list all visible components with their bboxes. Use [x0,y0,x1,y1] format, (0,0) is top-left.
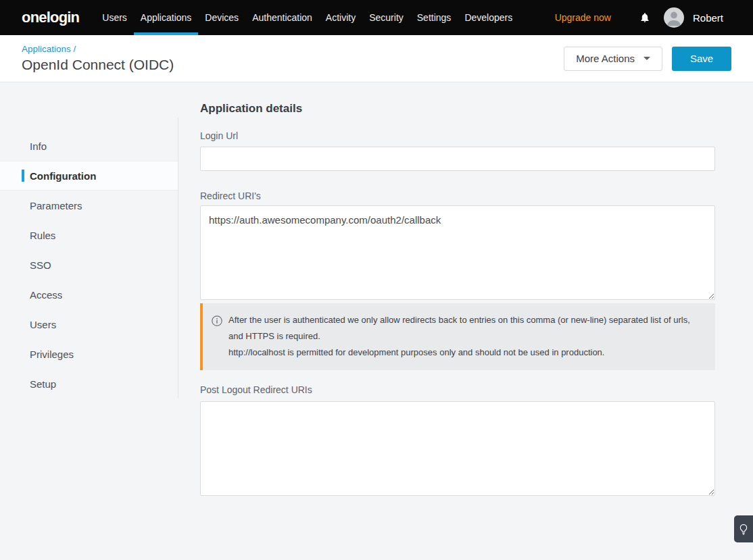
info-note-line2: http://localhost is permitted for develo… [228,345,706,361]
section-title: Application details [200,102,715,116]
nav-item-developers[interactable]: Developers [458,0,519,35]
login-url-input[interactable] [200,147,715,171]
sidebar-item-users[interactable]: Users [0,309,178,339]
sidebar-item-parameters[interactable]: Parameters [0,190,178,220]
lightbulb-icon [739,523,748,536]
sidebar-item-setup[interactable]: Setup [0,369,178,399]
more-actions-label: More Actions [576,53,635,64]
app-section-nav: Info Configuration Parameters Rules SSO … [0,118,178,399]
username[interactable]: Robert [693,12,723,24]
redirect-uris-info-note: After the user is authenticated we only … [200,303,715,370]
redirect-uris-label: Redirect URI's [200,190,715,201]
top-navbar: onelogin Users Applications Devices Auth… [0,0,753,35]
page-header-titles: Applications / OpenId Connect (OIDC) [22,44,174,72]
chevron-down-icon [643,57,650,60]
nav-item-users[interactable]: Users [95,0,134,35]
info-note-text: After the user is authenticated we only … [228,312,706,361]
sidebar-item-sso[interactable]: SSO [0,250,178,280]
sidebar-item-privileges[interactable]: Privileges [0,339,178,369]
nav-item-authentication[interactable]: Authentication [245,0,319,35]
save-button[interactable]: Save [672,47,731,71]
onelogin-logo[interactable]: onelogin [22,0,79,35]
nav-item-applications[interactable]: Applications [134,0,199,35]
main-nav: Users Applications Devices Authenticatio… [95,0,519,35]
content: Info Configuration Parameters Rules SSO … [0,82,753,559]
breadcrumb[interactable]: Applications / [22,44,174,54]
redirect-uris-textarea[interactable]: https://auth.awesomecompany.com/oauth2/c… [200,205,715,300]
nav-item-activity[interactable]: Activity [319,0,362,35]
bell-icon[interactable] [639,11,650,24]
sidebar-item-info[interactable]: Info [0,131,178,161]
header-actions: More Actions Save [564,47,731,71]
sidebar: Info Configuration Parameters Rules SSO … [0,82,178,559]
sidebar-item-access[interactable]: Access [0,280,178,309]
sidebar-item-rules[interactable]: Rules [0,220,178,250]
login-url-label: Login Url [200,130,715,141]
page-header: Applications / OpenId Connect (OIDC) Mor… [0,35,753,82]
nav-item-security[interactable]: Security [362,0,410,35]
post-logout-redirect-uris-label: Post Logout Redirect URIs [200,384,715,395]
post-logout-redirect-uris-textarea[interactable] [200,401,715,496]
info-note-line1: After the user is authenticated we only … [228,312,706,345]
sidebar-item-configuration[interactable]: Configuration [0,161,178,190]
nav-item-settings[interactable]: Settings [410,0,458,35]
help-button[interactable] [734,515,753,542]
upgrade-now-link[interactable]: Upgrade now [555,12,611,23]
more-actions-button[interactable]: More Actions [564,47,662,71]
navbar-right: Upgrade now Robert [555,0,723,35]
main-panel: Application details Login Url Redirect U… [178,82,753,559]
nav-item-devices[interactable]: Devices [198,0,245,35]
avatar[interactable] [664,7,684,28]
page-title: OpenId Connect (OIDC) [22,57,174,72]
info-icon [212,315,222,361]
